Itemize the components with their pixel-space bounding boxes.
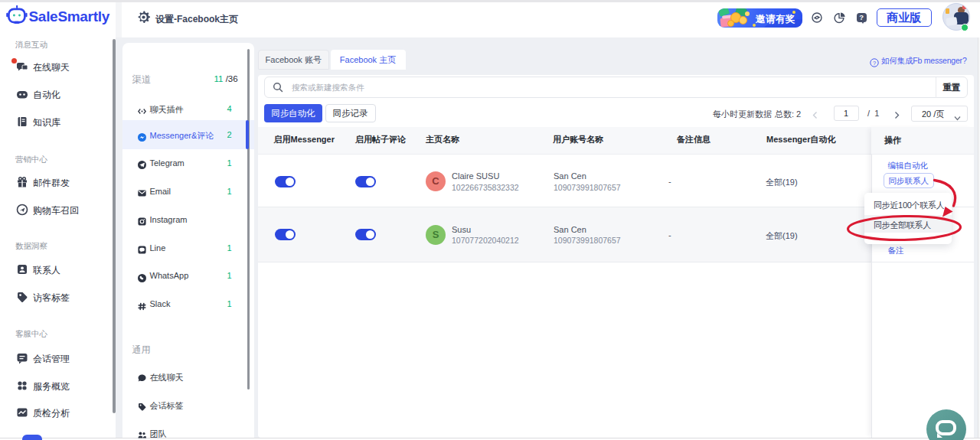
svg-text:?: ? xyxy=(873,60,876,67)
